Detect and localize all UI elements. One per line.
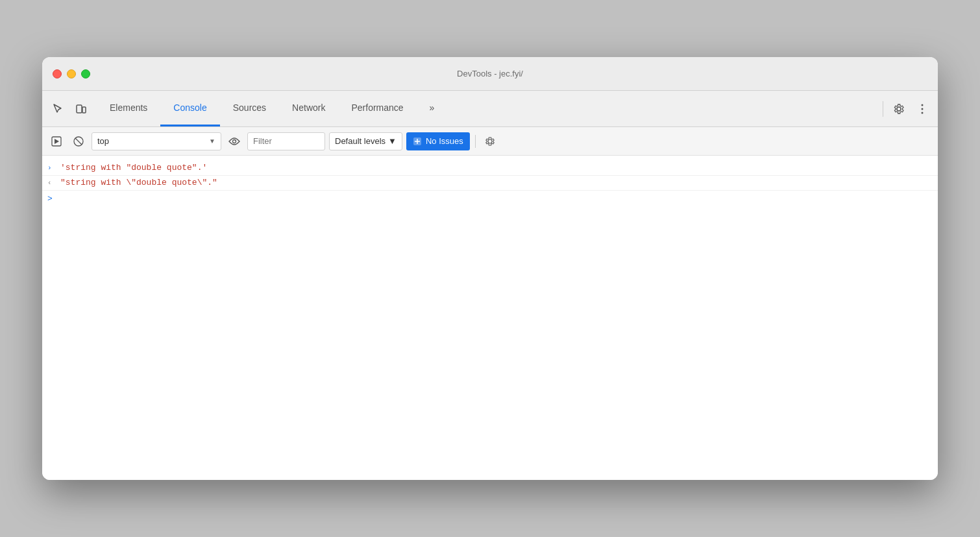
console-return-arrow-2[interactable]: ‹ — [47, 177, 58, 189]
tab-more[interactable]: » — [417, 91, 448, 126]
traffic-lights — [53, 69, 90, 78]
no-issues-button[interactable]: No Issues — [406, 132, 470, 150]
context-value: top — [97, 136, 109, 146]
svg-point-9 — [233, 139, 236, 143]
clear-console-button[interactable] — [69, 132, 88, 150]
toolbar-icons — [47, 91, 92, 126]
console-input-line[interactable]: > — [42, 191, 938, 206]
svg-line-8 — [75, 138, 82, 145]
toolbar-right — [880, 91, 933, 126]
console-line-1-text: 'string with "double quote".' — [60, 162, 207, 174]
svg-point-2 — [922, 104, 924, 106]
console-line-1: › 'string with "double quote".' — [42, 161, 938, 176]
titlebar: DevTools - jec.fyi/ — [42, 57, 938, 91]
console-toolbar-divider — [475, 135, 476, 148]
tab-network[interactable]: Network — [279, 91, 338, 126]
tab-elements[interactable]: Elements — [97, 91, 160, 126]
context-selector[interactable]: top ▼ — [92, 132, 221, 150]
no-issues-label: No Issues — [426, 136, 463, 146]
window-title: DevTools - jec.fyi/ — [457, 69, 523, 78]
tabs: Elements Console Sources Network Perform… — [97, 91, 880, 126]
inspect-element-button[interactable] — [47, 99, 68, 119]
tab-sources[interactable]: Sources — [220, 91, 279, 126]
main-toolbar: Elements Console Sources Network Perform… — [42, 91, 938, 127]
console-line-2: ‹ "string with \"double quote\"." — [42, 176, 938, 191]
filter-input[interactable] — [247, 132, 325, 150]
settings-button[interactable] — [888, 99, 909, 119]
close-button[interactable] — [53, 69, 62, 78]
svg-point-3 — [922, 108, 924, 110]
toolbar-divider — [883, 101, 883, 117]
context-dropdown-arrow: ▼ — [209, 137, 215, 145]
live-expressions-button[interactable] — [225, 132, 243, 150]
svg-point-4 — [922, 112, 924, 113]
tab-console[interactable]: Console — [160, 91, 219, 126]
svg-rect-1 — [82, 107, 86, 113]
default-levels-label: Default levels — [335, 136, 386, 146]
console-line-2-text: "string with \"double quote\"." — [60, 177, 217, 189]
console-toolbar: top ▼ Default levels ▼ No Issues — [42, 127, 938, 156]
default-levels-button[interactable]: Default levels ▼ — [329, 132, 402, 150]
device-toolbar-button[interactable] — [71, 99, 92, 119]
console-settings-button[interactable] — [481, 132, 499, 150]
execute-script-button[interactable] — [47, 132, 66, 150]
console-output: › 'string with "double quote".' ‹ "strin… — [42, 156, 938, 480]
maximize-button[interactable] — [81, 69, 90, 78]
svg-rect-0 — [77, 105, 82, 113]
console-prompt: > — [47, 194, 58, 204]
svg-marker-6 — [55, 139, 59, 144]
default-levels-arrow: ▼ — [388, 136, 397, 146]
minimize-button[interactable] — [67, 69, 76, 78]
more-options-button[interactable] — [912, 99, 933, 119]
devtools-window: DevTools - jec.fyi/ Elements — [42, 57, 938, 480]
tab-performance[interactable]: Performance — [338, 91, 416, 126]
console-expand-arrow-1[interactable]: › — [47, 162, 58, 174]
